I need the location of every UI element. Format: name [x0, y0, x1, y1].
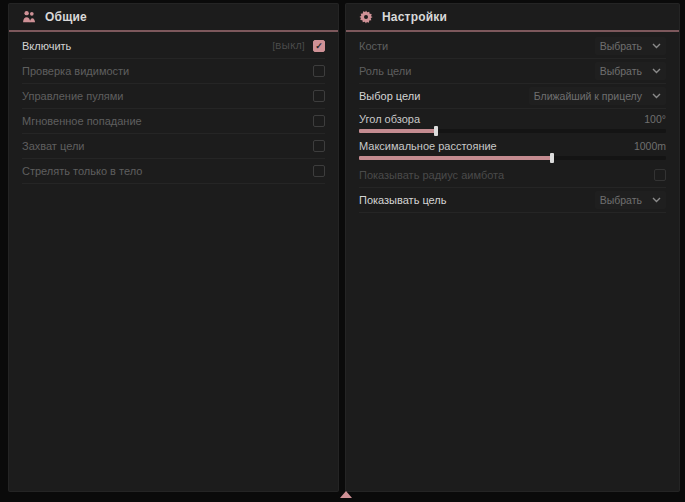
general-panel-title: Общие: [45, 10, 87, 24]
row-max-distance: Максимальное расстояние 1000m: [359, 136, 666, 163]
general-rows: Включить [ВЫКЛ] ✓ Проверка видимости ✓ У…: [9, 32, 338, 184]
target-role-select[interactable]: Выбрать: [595, 62, 666, 80]
row-target-selection: Выбор цели Ближайший к прицелу: [359, 84, 666, 109]
row-bullet-control[interactable]: Управление пулями ✓: [22, 84, 325, 109]
row-target-role: Роль цели Выбрать: [359, 59, 666, 84]
general-panel-header: Общие: [9, 4, 338, 32]
fov-slider[interactable]: [359, 129, 666, 133]
fov-slider-fill: [359, 129, 436, 133]
enable-checkbox[interactable]: ✓: [313, 40, 325, 52]
settings-panel: Настройки Кости Выбрать Роль цели Выбрат…: [345, 3, 680, 492]
general-panel: Общие Включить [ВЫКЛ] ✓ Проверка видимос…: [8, 3, 339, 492]
row-instant-hit[interactable]: Мгновенное попадание ✓: [22, 109, 325, 134]
chevron-down-icon: [652, 197, 661, 203]
fov-slider-thumb[interactable]: [434, 126, 438, 136]
chevron-down-icon: [652, 93, 661, 99]
row-show-target: Показывать цель Выбрать: [359, 188, 666, 213]
max-distance-label: Максимальное расстояние: [359, 140, 497, 152]
show-target-select[interactable]: Выбрать: [595, 191, 666, 209]
bones-select[interactable]: Выбрать: [595, 37, 666, 55]
row-enable-label: Включить: [22, 40, 71, 52]
bullet-control-checkbox[interactable]: ✓: [313, 90, 325, 102]
chevron-down-icon: [652, 68, 661, 74]
scroll-up-indicator[interactable]: [340, 491, 352, 498]
settings-panel-header: Настройки: [346, 4, 679, 32]
gear-icon: [359, 10, 373, 24]
body-only-checkbox[interactable]: ✓: [313, 165, 325, 177]
row-target-lock[interactable]: Захват цели ✓: [22, 134, 325, 159]
target-selection-select[interactable]: Ближайший к прицелу: [529, 87, 666, 105]
row-fov: Угол обзора 100°: [359, 109, 666, 136]
row-show-aimbot-radius[interactable]: Показывать радиус аимбота ✓: [359, 163, 666, 188]
max-distance-slider[interactable]: [359, 156, 666, 160]
checkmark-icon: ✓: [315, 42, 323, 51]
target-lock-checkbox[interactable]: ✓: [313, 140, 325, 152]
max-distance-value: 1000m: [634, 140, 666, 152]
fov-label: Угол обзора: [359, 113, 420, 125]
row-enable-state-hint: [ВЫКЛ]: [272, 41, 305, 51]
instant-hit-checkbox[interactable]: ✓: [313, 115, 325, 127]
visibility-check-checkbox[interactable]: ✓: [313, 65, 325, 77]
max-distance-slider-thumb[interactable]: [550, 153, 554, 163]
row-enable[interactable]: Включить [ВЫКЛ] ✓: [22, 34, 325, 59]
row-body-only[interactable]: Стрелять только в тело ✓: [22, 159, 325, 184]
row-bones: Кости Выбрать: [359, 34, 666, 59]
settings-panel-title: Настройки: [382, 10, 447, 24]
max-distance-slider-fill: [359, 156, 552, 160]
chevron-down-icon: [652, 43, 661, 49]
show-aimbot-radius-checkbox[interactable]: ✓: [654, 169, 666, 181]
fov-value: 100°: [644, 113, 666, 125]
row-visibility-check[interactable]: Проверка видимости ✓: [22, 59, 325, 84]
users-icon: [22, 10, 36, 24]
settings-rows: Кости Выбрать Роль цели Выбрать Выбор це…: [346, 32, 679, 213]
